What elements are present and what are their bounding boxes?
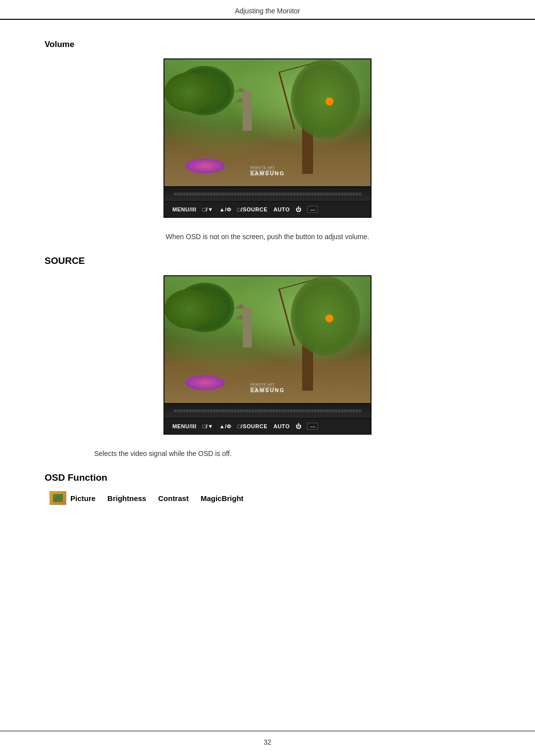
source-power-button: ⏻	[296, 423, 302, 429]
source-minus-button	[307, 423, 318, 430]
volume-menu-button-label: MENU/III	[172, 206, 197, 212]
source-monitor-screen: SAMSUNG REMOTE ART WIN SOURCE AUTO ○ ×	[163, 275, 372, 404]
screen-samsung-logo-area: SAMSUNG REMOTE ART WIN SOURCE AUTO ○ ×	[250, 170, 285, 176]
source-monitor-bezel	[163, 404, 372, 419]
volume-description: When OSD is not on the screen, push the …	[45, 233, 490, 241]
source-screen-samsung-logo-area: SAMSUNG REMOTE ART WIN SOURCE AUTO ○ ×	[250, 387, 285, 393]
volume-monitor-container: SAMSUNG REMOTE ART WIN SOURCE AUTO ○ × M…	[163, 58, 372, 218]
volume-auto-button: AUTO	[273, 206, 290, 212]
screen-info-bar: REMOTE ART WIN SOURCE AUTO ○ ×	[250, 166, 281, 176]
screen-foliage-left2	[164, 72, 214, 112]
volume-source-button: □/SOURCE	[237, 206, 268, 212]
osd-nav-magicbright-label: MagicBright	[201, 494, 244, 503]
source-bezel-texture	[173, 409, 362, 412]
picture-icon-inner	[53, 494, 63, 502]
volume-monitor-buttons: MENU/III □/▼ ▲/Φ □/SOURCE AUTO ⏻	[163, 202, 372, 218]
volume-monitor-image: SAMSUNG REMOTE ART WIN SOURCE AUTO ○ × M…	[45, 58, 490, 218]
picture-icon	[50, 491, 66, 505]
source-monitor-buttons: MENU/III □/▼ ▲/Φ □/SOURCE AUTO ⏻	[163, 419, 372, 435]
content-area: Volume SAMSUNG	[45, 30, 490, 721]
volume-nav-button: □/▼	[203, 206, 214, 212]
page-header: Adjusting the Monitor	[0, 7, 535, 15]
osd-picture-item: Picture	[50, 491, 96, 505]
source-auto-button: AUTO	[273, 423, 290, 429]
volume-title: Volume	[45, 40, 490, 50]
page-number: 32	[0, 738, 535, 746]
source-menu-button-label: MENU/III	[172, 423, 197, 429]
volume-bezel-texture	[173, 193, 362, 196]
source-screen-orange-ball	[325, 314, 333, 322]
source-screen-pagoda	[243, 308, 252, 348]
osd-nav-picture-label: Picture	[70, 494, 96, 503]
source-monitor-image: SAMSUNG REMOTE ART WIN SOURCE AUTO ○ × M…	[45, 275, 490, 435]
osd-nav-contrast-label: Contrast	[158, 494, 189, 503]
volume-minus-button	[307, 206, 318, 213]
source-source-button: □/SOURCE	[237, 423, 268, 429]
source-title: SOURCE	[45, 255, 490, 266]
osd-nav-bar: Picture Brightness Contrast MagicBright	[45, 491, 490, 505]
screen-orange-ball	[325, 98, 333, 105]
volume-power-button: ⏻	[296, 206, 302, 212]
osd-nav-brightness-label: Brightness	[107, 494, 146, 503]
source-screen-foliage-left2	[164, 289, 214, 329]
osd-title: OSD Function	[45, 472, 490, 483]
source-screen-info-bar: REMOTE ART WIN SOURCE AUTO ○ ×	[250, 383, 281, 393]
volume-monitor-screen: SAMSUNG REMOTE ART WIN SOURCE AUTO ○ ×	[163, 58, 372, 187]
volume-up-button: ▲/Φ	[219, 206, 231, 212]
source-nav-button: □/▼	[203, 423, 214, 429]
source-description: Selects the video signal while the OSD i…	[94, 450, 490, 457]
volume-section: Volume SAMSUNG	[45, 40, 490, 218]
screen-pagoda	[243, 91, 252, 131]
source-section: SOURCE SAMSUNG	[45, 255, 490, 435]
bottom-border	[0, 731, 535, 731]
top-border	[0, 19, 535, 20]
volume-monitor-bezel	[163, 187, 372, 202]
source-monitor-container: SAMSUNG REMOTE ART WIN SOURCE AUTO ○ × M…	[163, 275, 372, 435]
source-up-button: ▲/Φ	[219, 423, 231, 429]
osd-section: OSD Function Picture Brightness Contrast…	[45, 472, 490, 505]
